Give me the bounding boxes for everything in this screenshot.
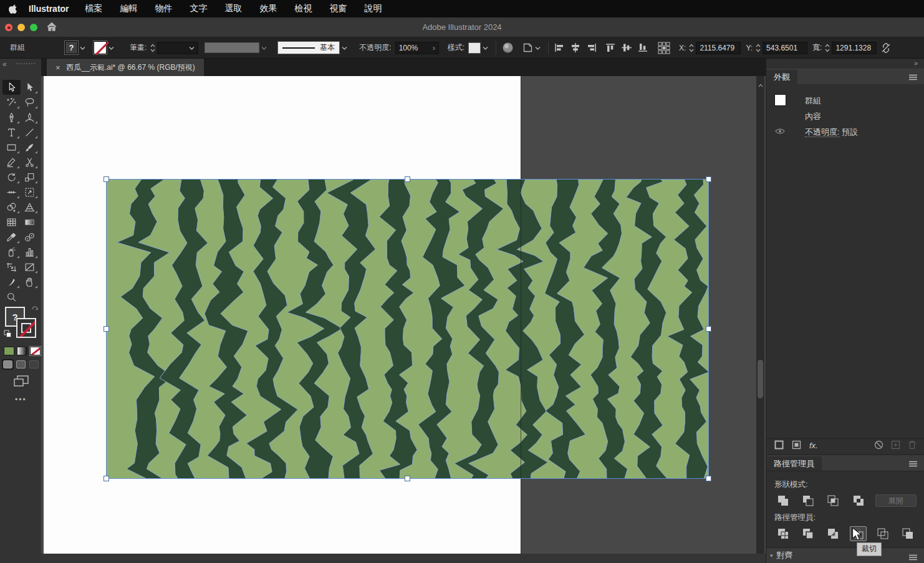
exclude-button[interactable]	[850, 493, 867, 508]
visibility-eye-icon[interactable]	[775, 127, 785, 137]
canvas-area[interactable]	[41, 76, 766, 563]
y-stepper[interactable]	[756, 43, 761, 53]
width-profile-chevron[interactable]	[261, 44, 267, 52]
scissors-tool[interactable]	[21, 155, 39, 170]
curvature-tool[interactable]	[21, 110, 39, 125]
align-left-icon[interactable]	[554, 43, 564, 52]
artboard-tool[interactable]	[2, 259, 21, 274]
paintbrush-tool[interactable]	[21, 140, 39, 155]
fill-color-swatch[interactable]: ?	[65, 41, 78, 54]
color-button[interactable]	[4, 347, 14, 355]
width-profile-swatch[interactable]	[205, 42, 259, 53]
recolor-artwork-icon[interactable]	[502, 42, 514, 54]
mesh-tool[interactable]	[2, 214, 21, 229]
none-button[interactable]	[30, 347, 41, 355]
menu-item-說明[interactable]: 說明	[365, 3, 382, 14]
handle-bottom-right[interactable]	[706, 476, 711, 481]
vertical-scrollbar[interactable]	[756, 76, 764, 554]
width-field[interactable]: 1291.1328	[832, 42, 877, 54]
align-menu-icon[interactable]	[908, 553, 918, 562]
handle-middle-left[interactable]	[103, 326, 109, 332]
align-v-center-icon[interactable]	[622, 43, 632, 52]
toolbar-collapse-icon[interactable]: «	[2, 60, 7, 69]
align-h-center-icon[interactable]	[570, 43, 580, 52]
shaper-tool[interactable]	[2, 155, 21, 170]
brush-dropdown-chevron[interactable]	[342, 44, 347, 52]
rotate-tool[interactable]	[2, 170, 21, 185]
line-segment-tool[interactable]	[21, 125, 39, 140]
selected-artwork[interactable]	[106, 179, 709, 479]
hand-tool[interactable]	[21, 274, 39, 289]
type-tool[interactable]	[2, 125, 21, 140]
pathfinder-menu-icon[interactable]	[908, 460, 918, 469]
scale-tool[interactable]	[21, 170, 39, 185]
menu-item-效果[interactable]: 效果	[260, 3, 277, 14]
align-expand-icon[interactable]: ▾	[770, 552, 773, 559]
shape-builder-tool[interactable]	[2, 200, 21, 214]
knife-tool[interactable]	[2, 274, 21, 289]
free-transform-tool[interactable]	[21, 185, 39, 200]
add-fill-icon[interactable]	[792, 440, 801, 451]
eyedropper-tool[interactable]	[2, 229, 21, 244]
document-tab[interactable]: × 西瓜__示範.ai* @ 66.67 % (RGB/預視)	[47, 59, 204, 76]
scroll-up-icon[interactable]	[758, 79, 763, 90]
handle-top-center[interactable]	[405, 176, 410, 182]
menu-item-選取[interactable]: 選取	[225, 3, 243, 14]
brush-definition-field[interactable]: 基本	[277, 41, 340, 54]
tab-appearance[interactable]: 外觀	[766, 70, 797, 84]
constrain-proportions-icon[interactable]	[880, 42, 892, 54]
stroke-indicator[interactable]	[16, 318, 36, 338]
menu-item-文字[interactable]: 文字	[190, 3, 208, 14]
apple-menu[interactable]	[9, 4, 17, 14]
opacity-field[interactable]: 100% ›	[395, 42, 439, 54]
tab-close-icon[interactable]: ×	[55, 63, 60, 72]
rectangle-tool[interactable]	[2, 140, 21, 155]
width-stepper[interactable]	[825, 43, 830, 53]
document-setup-icon[interactable]	[522, 42, 533, 53]
x-stepper[interactable]	[689, 43, 694, 53]
direct-selection-tool[interactable]	[21, 80, 39, 95]
swap-fill-stroke-icon[interactable]	[31, 306, 39, 314]
intersect-button[interactable]	[825, 493, 842, 508]
stroke-weight-stepper[interactable]	[150, 43, 155, 53]
x-field[interactable]: 2115.6479	[696, 42, 741, 54]
divide-button[interactable]	[774, 526, 791, 541]
column-graph-tool[interactable]	[21, 244, 39, 259]
collapse-panels-icon[interactable]: »	[914, 59, 918, 67]
align-bottom-icon[interactable]	[638, 43, 648, 52]
toolbar-grip[interactable]	[16, 63, 35, 65]
perspective-grid-tool[interactable]	[21, 200, 39, 214]
screen-mode-icon[interactable]	[14, 375, 29, 389]
minus-back-button[interactable]	[900, 526, 917, 541]
y-field[interactable]: 543.6501	[763, 42, 807, 54]
tab-pathfinder[interactable]: 路徑管理員	[766, 456, 822, 471]
gradient-tool[interactable]	[21, 214, 39, 229]
appearance-row-group[interactable]: 群組	[766, 93, 924, 108]
clear-appearance-icon[interactable]	[874, 440, 883, 451]
draw-normal-button[interactable]	[3, 360, 12, 368]
default-fill-stroke-icon[interactable]	[4, 329, 12, 340]
gradient-button[interactable]	[17, 347, 27, 355]
add-effect-button[interactable]: fx.	[809, 441, 818, 450]
outline-button[interactable]	[875, 526, 892, 541]
handle-middle-right[interactable]	[706, 326, 711, 332]
align-top-icon[interactable]	[605, 43, 615, 52]
magic-wand-tool[interactable]	[2, 95, 21, 110]
watermelon-pattern[interactable]	[106, 179, 709, 479]
appearance-opacity-label[interactable]: 不透明度:	[805, 127, 840, 137]
handle-top-left[interactable]	[103, 176, 109, 182]
merge-button[interactable]	[824, 526, 841, 541]
scrollbar-thumb[interactable]	[758, 360, 763, 398]
symbol-sprayer-tool[interactable]	[2, 244, 21, 259]
menu-item-檢視[interactable]: 檢視	[295, 3, 312, 14]
draw-behind-button[interactable]	[16, 360, 26, 368]
tab-align[interactable]: 對齊	[777, 550, 793, 561]
menu-item-編輯[interactable]: 編輯	[120, 3, 138, 14]
duplicate-item-icon[interactable]	[891, 440, 900, 451]
appearance-menu-icon[interactable]	[908, 73, 918, 82]
style-dropdown-chevron[interactable]	[483, 44, 488, 52]
stroke-weight-field[interactable]	[157, 42, 198, 54]
menu-item-視窗[interactable]: 視窗	[330, 3, 347, 14]
delete-item-icon[interactable]	[908, 440, 917, 451]
blend-tool[interactable]	[21, 229, 39, 244]
